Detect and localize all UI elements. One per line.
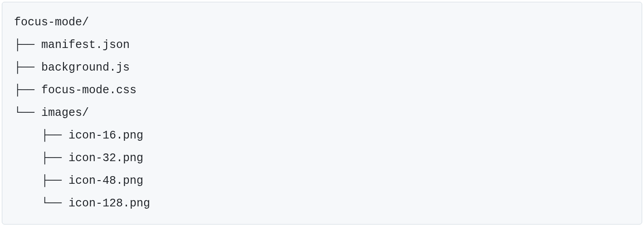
tree-line: ├── background.js	[14, 57, 630, 79]
tree-line: ├── icon-32.png	[14, 147, 630, 170]
tree-line: ├── icon-16.png	[14, 124, 630, 147]
tree-line: ├── icon-48.png	[14, 170, 630, 192]
tree-line: ├── focus-mode.css	[14, 79, 630, 102]
tree-line: └── images/	[14, 102, 630, 124]
file-tree-block: focus-mode/├── manifest.json├── backgrou…	[2, 2, 642, 225]
tree-line: ├── manifest.json	[14, 34, 630, 57]
tree-line: └── icon-128.png	[14, 192, 630, 215]
tree-line: focus-mode/	[14, 11, 630, 34]
